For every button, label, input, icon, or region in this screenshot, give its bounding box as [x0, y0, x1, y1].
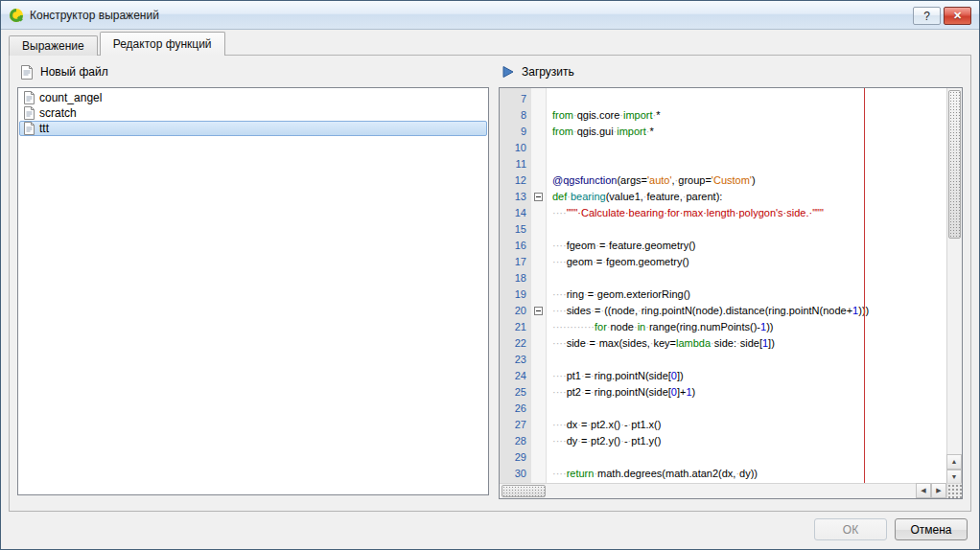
scroll-up-button[interactable]: ▲ [946, 454, 962, 470]
line-number: 12 [500, 172, 531, 189]
line-number: 20 [500, 303, 531, 319]
load-button[interactable]: Загрузить [497, 62, 578, 81]
line-number: 25 [500, 384, 531, 401]
line-number: 23 [500, 352, 531, 368]
code-line [552, 270, 946, 286]
scroll-up-icon: ▲ [951, 458, 958, 465]
line-number: 15 [500, 221, 531, 238]
fold-collapse-icon[interactable] [534, 193, 543, 201]
tab-expression[interactable]: Выражение [9, 35, 98, 56]
list-item[interactable]: ttt [19, 121, 487, 136]
window-title: Конструктор выражений [30, 9, 159, 22]
code-line: @qgsfunction(args='auto',·group='Custom'… [552, 172, 946, 189]
line-number: 24 [500, 368, 531, 384]
line-number: 18 [500, 270, 531, 286]
code-line: ····dy·=·pt2.y()·-·pt1.y() [552, 433, 946, 449]
tab-pane: Новый файл Загрузить count_angelscratcht… [9, 55, 971, 512]
new-file-label: Новый файл [40, 65, 108, 79]
file-list[interactable]: count_angelscratchttt [17, 87, 489, 495]
line-number: 16 [500, 238, 531, 254]
line-number: 7 [500, 91, 531, 107]
line-number: 21 [500, 319, 531, 335]
code-line: from·qgis.gui·import·* [552, 124, 946, 140]
line-number: 9 [500, 124, 531, 140]
scroll-down-icon: ▼ [951, 473, 958, 480]
cancel-button[interactable]: Отмена [895, 518, 968, 540]
list-item[interactable]: count_angel [19, 90, 487, 105]
line-number: 27 [500, 417, 531, 433]
expression-builder-dialog: Конструктор выражений ? ✕ Выражение Реда… [0, 0, 980, 550]
code-line [552, 91, 946, 107]
fold-collapse-icon[interactable] [534, 307, 543, 315]
line-number: 13 [500, 189, 531, 205]
scroll-left-button[interactable]: ◀ [916, 483, 931, 498]
tab-bar: Выражение Редактор функций [9, 32, 227, 56]
list-item[interactable]: scratch [19, 105, 487, 121]
code-line: ····geom·=·fgeom.geometry() [552, 254, 946, 270]
code-line: ····"""·Calculate·bearing·for·max·length… [552, 205, 946, 221]
code-line: def·bearing(value1,·feature,·parent): [552, 189, 946, 205]
help-icon: ? [923, 10, 930, 23]
line-number: 22 [500, 335, 531, 352]
code-line [552, 401, 946, 417]
code-line: ····side·=·max(sides,·key=lambda·side:·s… [552, 335, 946, 352]
file-icon [23, 91, 35, 104]
code-line [552, 140, 946, 156]
vertical-scrollbar-thumb[interactable] [948, 90, 961, 239]
code-area[interactable]: from·qgis.core·import·*from·qgis.gui·imp… [548, 88, 946, 485]
line-number: 17 [500, 254, 531, 270]
code-line [552, 352, 946, 368]
code-line: ····dx·=·pt2.x()·-·pt1.x() [552, 417, 946, 433]
code-line: ····fgeom·=·feature.geometry() [552, 238, 946, 254]
edge-margin-line [864, 88, 865, 485]
code-line [552, 156, 946, 172]
code-line: ····pt1·=·ring.pointN(side[0]) [552, 368, 946, 384]
line-number: 8 [500, 107, 531, 124]
line-number: 14 [500, 205, 531, 221]
load-icon [501, 64, 516, 80]
file-icon [23, 106, 35, 120]
horizontal-scrollbar[interactable]: ◀ ▶ [500, 483, 946, 498]
fold-gutter [531, 88, 547, 485]
qgis-logo-icon [9, 8, 24, 23]
code-editor[interactable]: 7891011121314151617181920212223242526272… [499, 87, 963, 499]
new-file-button[interactable]: Новый файл [15, 62, 112, 81]
line-number: 11 [500, 156, 531, 172]
line-number: 29 [500, 449, 531, 466]
tab-function-editor[interactable]: Редактор функций [100, 32, 225, 56]
code-line: ····ring·=·geom.exteriorRing() [552, 286, 946, 303]
line-number: 26 [500, 401, 531, 417]
load-label: Загрузить [522, 65, 574, 79]
scrollbar-corner [946, 483, 962, 498]
code-line: ····return·math.degrees(math.atan2(dx,·d… [552, 466, 946, 482]
vertical-scrollbar[interactable]: ▲ ▼ [946, 88, 962, 485]
titlebar[interactable]: Конструктор выражений ? ✕ [1, 1, 979, 30]
file-icon [23, 122, 35, 135]
line-number: 19 [500, 286, 531, 303]
close-button[interactable]: ✕ [944, 7, 971, 25]
help-button[interactable]: ? [913, 7, 941, 25]
file-name: scratch [39, 106, 77, 120]
new-file-icon [19, 64, 35, 80]
line-number: 30 [500, 466, 531, 482]
line-number: 10 [500, 140, 531, 156]
code-line [552, 221, 946, 238]
close-icon: ✕ [953, 10, 962, 22]
code-line: from·qgis.core·import·* [552, 107, 946, 124]
code-line: ············for·node·in·range(ring.numPo… [552, 319, 946, 335]
ok-button[interactable]: ОК [814, 518, 887, 540]
scroll-left-icon: ◀ [921, 487, 925, 493]
titlebar-buttons: ? ✕ [913, 7, 971, 25]
file-name: count_angel [39, 91, 102, 104]
scroll-right-button[interactable]: ▶ [931, 483, 946, 498]
scroll-right-icon: ▶ [936, 487, 941, 493]
horizontal-scrollbar-thumb[interactable] [502, 485, 546, 497]
line-number-gutter: 7891011121314151617181920212223242526272… [500, 88, 531, 485]
code-lines: from·qgis.core·import·*from·qgis.gui·imp… [548, 88, 946, 482]
code-line [552, 449, 946, 466]
line-number: 28 [500, 433, 531, 449]
file-name: ttt [39, 122, 49, 135]
code-line: ····pt2·=·ring.pointN(side[0]+1) [552, 384, 946, 401]
code-line: ····sides·=·((node,·ring.pointN(node).di… [552, 303, 946, 319]
